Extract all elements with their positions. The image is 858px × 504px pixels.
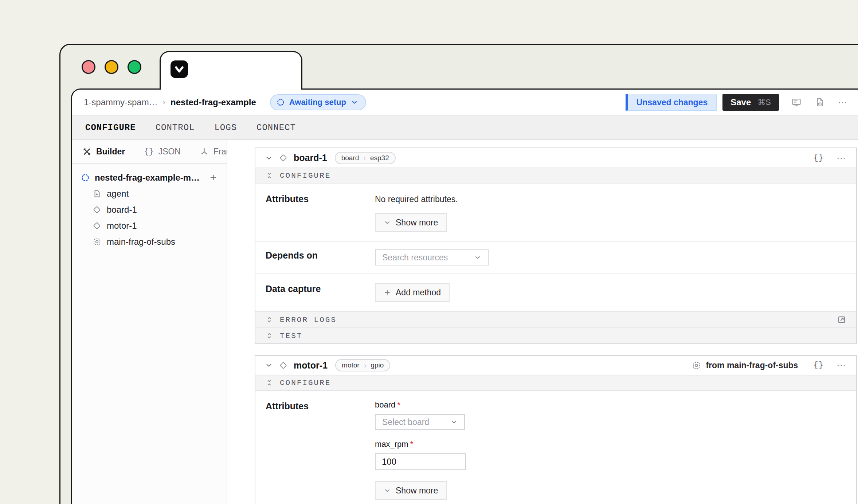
collapse-card-chevron-icon[interactable] [265, 154, 273, 162]
chevron-down-icon [450, 418, 458, 426]
breadcrumb-parent[interactable]: 1-spammy-spam… [84, 97, 158, 107]
app-header: 1-spammy-spam… › nested-frag-example Awa… [72, 90, 858, 115]
chevron-down-icon [384, 487, 391, 494]
depends-on-select[interactable]: Search resources [375, 249, 489, 265]
section-test[interactable]: TEST [255, 327, 856, 343]
viam-v-icon [174, 64, 185, 75]
chevron-down-icon [474, 254, 481, 261]
card-overflow-menu[interactable]: ⋯ [837, 153, 847, 163]
unsaved-changes-label: Unsaved changes [636, 98, 708, 107]
tab-control[interactable]: CONTROL [155, 121, 196, 134]
tree-item-label: motor-1 [107, 221, 137, 231]
close-window-button[interactable] [82, 60, 95, 74]
tab-configure[interactable]: CONFIGURE [85, 121, 137, 134]
resource-name: motor-1 [294, 360, 328, 371]
data-capture-content: Add method [375, 283, 846, 302]
minimize-window-button[interactable] [105, 60, 118, 74]
tree-item-label: main-frag-of-subs [107, 237, 175, 247]
tree-item-board-1[interactable]: board-1 [93, 204, 216, 216]
collapse-card-chevron-icon[interactable] [265, 361, 273, 369]
machine-page-icon[interactable] [791, 97, 802, 107]
save-button-label: Save [730, 97, 751, 107]
tree-item-main-frag-of-subs[interactable]: main-frag-of-subs [93, 236, 216, 248]
section-configure[interactable]: CONFIGURE [255, 168, 856, 184]
fold-section-icon [266, 172, 273, 179]
edit-json-button[interactable]: {} [813, 153, 823, 163]
section-error-logs[interactable]: ERROR LOGS [255, 311, 856, 327]
configure-main-area: board-1 board › esp32 {} ⋯ CON [227, 140, 858, 504]
tree-machine-row[interactable]: nested-frag-example-m… + [81, 172, 216, 184]
tab-logs[interactable]: LOGS [213, 121, 238, 134]
plus-icon [384, 289, 391, 296]
card-header: board-1 board › esp32 {} ⋯ [255, 148, 856, 168]
show-more-button[interactable]: Show more [375, 213, 447, 232]
diamond-icon [279, 361, 287, 370]
status-badge-label: Awaiting setup [289, 98, 346, 107]
depends-on-placeholder: Search resources [382, 253, 448, 263]
resource-type-tags: board › esp32 [335, 152, 396, 164]
tag-type: board [336, 154, 365, 162]
save-button[interactable]: Save ⌘S [722, 94, 779, 111]
attributes-content: board* Select board max_rpm* [375, 400, 846, 500]
resource-card-board-1: board-1 board › esp32 {} ⋯ CON [255, 147, 857, 344]
unfold-section-icon [266, 316, 273, 323]
mode-json-label: JSON [158, 147, 181, 157]
section-configure[interactable]: CONFIGURE [255, 375, 856, 391]
tree-item-label: agent [107, 189, 129, 199]
field-label-text: max_rpm [375, 440, 408, 449]
chevron-down-icon [384, 219, 391, 226]
section-configure-label: CONFIGURE [280, 172, 331, 180]
add-method-button[interactable]: Add method [375, 283, 450, 302]
tag-model: esp32 [364, 154, 395, 162]
show-more-button[interactable]: Show more [375, 481, 447, 500]
fold-section-icon [266, 379, 273, 386]
section-configure-label: CONFIGURE [280, 379, 331, 387]
machine-status-badge[interactable]: Awaiting setup [270, 94, 366, 110]
diamond-icon [93, 205, 101, 214]
edit-json-button[interactable]: {} [813, 361, 823, 370]
status-spinner-icon [277, 98, 285, 106]
logs-report-icon[interactable] [815, 97, 825, 107]
header-overflow-menu[interactable]: ⋯ [838, 98, 848, 107]
viam-logo [171, 60, 188, 78]
tree-item-motor-1[interactable]: motor-1 [93, 220, 216, 232]
required-asterisk: * [397, 400, 400, 409]
resource-type-tags: motor › gpio [335, 359, 390, 371]
unfold-section-icon [266, 332, 273, 339]
no-required-attributes-note: No required attributes. [375, 193, 846, 204]
fragment-icon [692, 361, 701, 370]
card-overflow-menu[interactable]: ⋯ [837, 361, 847, 370]
resource-name: board-1 [294, 153, 327, 163]
save-shortcut-hint: ⌘S [757, 98, 771, 107]
tree-item-agent[interactable]: agent [93, 188, 216, 200]
required-asterisk: * [410, 440, 414, 449]
fragment-source-label: from main-frag-of-subs [706, 361, 798, 370]
maximize-window-button[interactable] [128, 60, 141, 74]
section-test-label: TEST [280, 332, 302, 340]
depends-on-row: Depends on Search resources [255, 241, 856, 273]
tab-connect[interactable]: CONNECT [256, 121, 297, 134]
attributes-row: Attributes board* Select board [255, 391, 856, 504]
tree-children: agent board-1 motor-1 [93, 188, 216, 248]
tree-item-label: board-1 [107, 205, 137, 215]
resource-tree: nested-frag-example-m… + agent [72, 164, 227, 252]
tag-model: gpio [365, 361, 389, 369]
mode-json[interactable]: {} JSON [144, 147, 181, 157]
mode-builder[interactable]: Builder [82, 147, 125, 157]
frame-axis-icon [200, 147, 209, 156]
diamond-icon [93, 221, 101, 230]
card-header: motor-1 motor › gpio from main-frag-of-s… [255, 356, 856, 375]
field-label-text: board [375, 400, 395, 409]
app-body: Builder {} JSON Frame nested-frag-exampl… [72, 140, 858, 504]
attributes-label: Attributes [266, 400, 375, 500]
attributes-label: Attributes [266, 193, 375, 232]
open-in-new-window-icon[interactable] [837, 315, 846, 324]
board-select[interactable]: Select board [375, 414, 465, 430]
add-resource-button[interactable]: + [210, 172, 216, 183]
tag-type: motor [336, 361, 365, 369]
machine-part-name: nested-frag-example-m… [95, 173, 200, 183]
browser-tab[interactable] [160, 51, 302, 90]
max-rpm-input[interactable] [375, 453, 466, 470]
unsaved-changes-indicator[interactable]: Unsaved changes [626, 94, 717, 111]
attributes-content: No required attributes. Show more [375, 193, 846, 232]
